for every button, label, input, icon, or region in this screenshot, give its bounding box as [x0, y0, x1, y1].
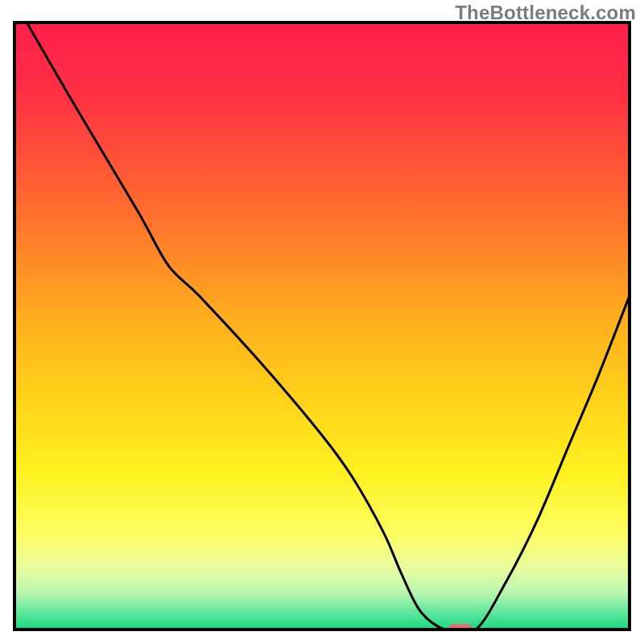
bottleneck-chart: [0, 0, 644, 644]
chart-frame: TheBottleneck.com: [0, 0, 644, 644]
watermark-text: TheBottleneck.com: [455, 2, 636, 24]
gradient-background: [14, 23, 630, 630]
